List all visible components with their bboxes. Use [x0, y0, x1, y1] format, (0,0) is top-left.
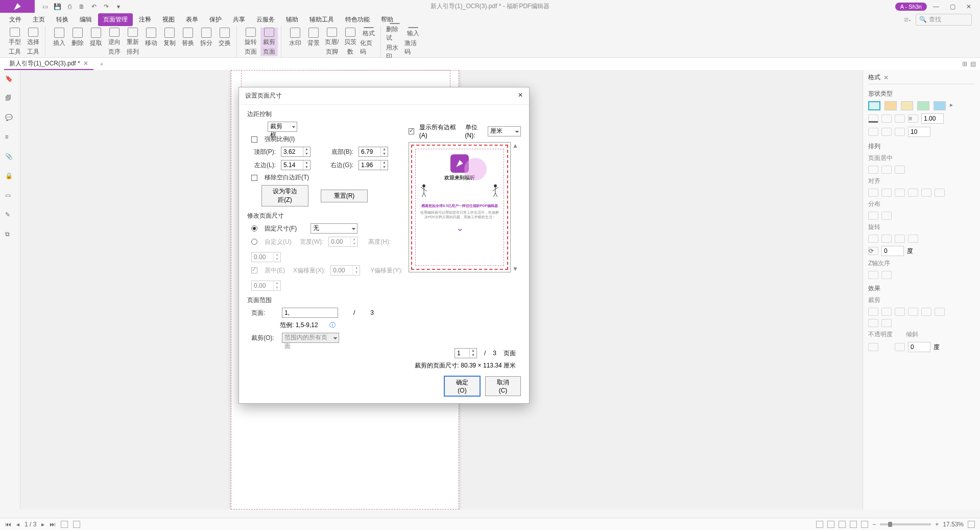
maximize-button[interactable]: ▢ — [945, 2, 960, 12]
show-all-boxes-checkbox[interactable] — [409, 128, 414, 134]
align-left-icon[interactable] — [868, 189, 878, 197]
unit-select[interactable]: 厘米 — [488, 126, 521, 136]
swatch-5[interactable] — [934, 101, 946, 110]
crop-square-icon[interactable] — [895, 308, 905, 316]
menu-help[interactable]: 帮助 — [376, 13, 398, 26]
tab-close-icon[interactable]: ✕ — [83, 60, 88, 67]
rotate-angle-icon[interactable]: ⟳ — [868, 247, 878, 255]
bottom-spinner[interactable]: ▲▼ — [358, 147, 388, 157]
ok-button[interactable]: 确定(O) — [444, 376, 480, 396]
left-spinner[interactable]: ▲▼ — [281, 160, 310, 170]
prev-page-icon[interactable]: ◂ — [16, 521, 19, 528]
ribbon-background[interactable]: 背景 — [305, 28, 322, 56]
qat-dropdown-icon[interactable]: ▾ — [114, 3, 123, 11]
crop-rect-icon[interactable] — [881, 308, 892, 316]
line-style-icon[interactable] — [895, 114, 905, 123]
menu-form[interactable]: 表单 — [181, 13, 203, 26]
crop-extra2-icon[interactable] — [881, 319, 892, 327]
ribbon-format-pagenum[interactable]: 格式化页码 — [360, 28, 377, 56]
swatch-2[interactable] — [885, 101, 897, 110]
menu-aux2[interactable]: 辅助工具 — [304, 13, 339, 26]
doc-icon[interactable]: 🗎 — [78, 3, 86, 11]
zoom-out-icon[interactable]: − — [872, 521, 876, 528]
sb-icon-1[interactable] — [61, 521, 68, 528]
align-right-icon[interactable] — [895, 189, 905, 197]
zoom-slider[interactable] — [880, 523, 931, 525]
attachments-icon[interactable]: 📎 — [5, 153, 15, 163]
view-mode-1-icon[interactable] — [816, 521, 823, 528]
force-ratio-checkbox[interactable] — [251, 136, 257, 143]
ribbon-rotate[interactable]: 旋转页面 — [242, 28, 259, 56]
next-page-icon[interactable]: ▸ — [41, 521, 44, 528]
ribbon-watermark[interactable]: 水印 — [286, 28, 304, 56]
flip-h-icon[interactable] — [895, 235, 905, 243]
sb-icon-2[interactable] — [73, 521, 80, 528]
align-top-icon[interactable] — [908, 189, 918, 197]
ribbon-headerfooter[interactable]: 页眉/页脚 — [323, 28, 341, 56]
menu-page-manage[interactable]: 页面管理 — [98, 13, 133, 26]
align-bottom-icon[interactable] — [935, 189, 945, 197]
info-icon[interactable]: ⓘ — [329, 321, 336, 330]
skew-icon[interactable] — [895, 343, 905, 351]
set-zero-button[interactable]: 设为零边距(Z) — [261, 185, 308, 206]
bookmark-icon[interactable]: 🔖 — [5, 75, 15, 85]
minimize-button[interactable]: — — [929, 2, 943, 12]
fixed-size-select[interactable]: 无 — [310, 223, 357, 234]
menu-cloud[interactable]: 云服务 — [251, 13, 280, 26]
menu-home[interactable]: 主页 — [28, 13, 50, 26]
comments-icon[interactable]: 💬 — [5, 114, 15, 124]
reset-button[interactable]: 重置(R) — [321, 190, 368, 202]
line-menu-icon[interactable]: ≡ — [908, 114, 918, 123]
bring-front-icon[interactable] — [868, 271, 878, 279]
format-tab[interactable]: 格式 — [868, 73, 880, 82]
box-type-select[interactable]: 裁剪框 — [268, 122, 297, 132]
undo-icon[interactable]: ↶ — [90, 3, 98, 11]
user-badge[interactable]: A - Sh3n — [895, 3, 927, 11]
align-hcenter-icon[interactable] — [881, 189, 892, 197]
menu-view[interactable]: 视图 — [157, 13, 180, 26]
send-back-icon[interactable] — [881, 271, 892, 279]
ribbon-split[interactable]: 拆分 — [198, 28, 215, 56]
close-button[interactable]: ✕ — [962, 2, 976, 12]
ribbon-delete[interactable]: 删除 — [69, 28, 86, 56]
ribbon-activate[interactable]: 输入激活码 — [404, 28, 422, 56]
angle-input[interactable] — [908, 127, 930, 137]
rotate-cw-icon[interactable] — [881, 235, 892, 243]
menu-edit[interactable]: 编辑 — [75, 13, 97, 26]
ribbon-rearrange[interactable]: 重新排列 — [124, 28, 141, 56]
page-range-input[interactable] — [282, 308, 338, 318]
more-icon[interactable]: ⧉ — [5, 231, 15, 241]
menu-aux1[interactable]: 辅助 — [281, 13, 303, 26]
line-width-input[interactable] — [921, 113, 944, 124]
swatch-1[interactable] — [868, 101, 880, 110]
opacity-icon[interactable] — [868, 343, 878, 351]
ribbon-extract[interactable]: 提取 — [87, 28, 105, 56]
top-spinner[interactable]: ▲▼ — [281, 147, 310, 157]
right-spinner[interactable]: ▲▼ — [358, 160, 388, 170]
grid-view-icon[interactable]: ⊞ — [962, 60, 967, 67]
search-box[interactable]: 🔍 查找 — [916, 14, 972, 26]
menu-feature[interactable]: 特色功能 — [340, 13, 375, 26]
ribbon-select-tool[interactable]: 选择工具 — [25, 28, 42, 56]
first-page-icon[interactable]: ⏮ — [5, 521, 11, 528]
swatch-4[interactable] — [917, 101, 929, 110]
crop-polygon-icon[interactable] — [908, 308, 918, 316]
open-icon[interactable]: ▭ — [41, 3, 49, 11]
menu-convert[interactable]: 转换 — [51, 13, 74, 26]
add-tab-button[interactable]: ＋ — [99, 60, 105, 68]
crop-star-icon[interactable] — [921, 308, 931, 316]
save-icon[interactable]: 💾 — [53, 3, 61, 11]
ribbon-remove-trial[interactable]: 删除试用水印 — [386, 28, 403, 56]
view-mode-2-icon[interactable] — [827, 521, 834, 528]
view-mode-5-icon[interactable] — [861, 521, 868, 528]
preview-scrollbar[interactable]: ▲▼ — [512, 142, 519, 272]
zoom-in-icon[interactable]: + — [935, 521, 939, 528]
preview-page-spinner[interactable]: ▲▼ — [455, 348, 477, 358]
center-both-icon[interactable] — [895, 166, 905, 174]
page-indicator[interactable]: 1 / 3 — [25, 521, 36, 528]
rotate-input[interactable] — [881, 246, 904, 256]
ribbon-hand-tool[interactable]: 手型工具 — [6, 28, 23, 56]
align-vcenter-icon[interactable] — [921, 189, 931, 197]
pages-icon[interactable]: 🗐 — [5, 95, 15, 105]
zoom-value[interactable]: 17.53% — [943, 521, 964, 528]
